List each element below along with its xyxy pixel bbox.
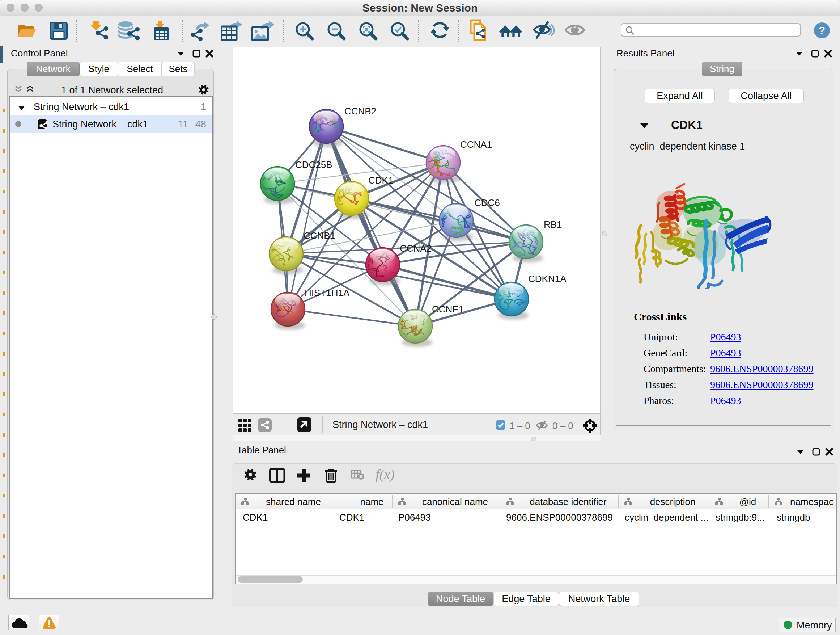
svg-text:RB1: RB1 [544, 219, 562, 230]
svg-text:CCNB2: CCNB2 [344, 106, 376, 117]
svg-text:CDC25B: CDC25B [295, 159, 332, 170]
svg-text:CDKN1A: CDKN1A [528, 273, 567, 284]
svg-text:CDC6: CDC6 [474, 197, 500, 208]
svg-text:HIST1H1A: HIST1H1A [305, 287, 350, 298]
svg-text:CCNA1: CCNA1 [460, 139, 492, 150]
svg-text:CCNA2: CCNA2 [400, 243, 431, 254]
svg-text:CDK1: CDK1 [368, 175, 393, 186]
svg-text:CCNE1: CCNE1 [432, 304, 464, 315]
svg-text:CCNB1: CCNB1 [303, 230, 335, 241]
